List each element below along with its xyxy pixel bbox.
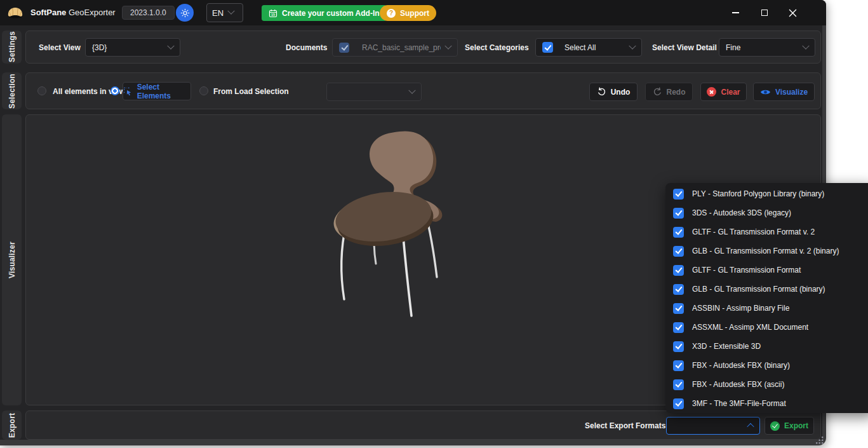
sun-icon bbox=[180, 8, 190, 18]
export-format-option[interactable]: FBX - Autodesk FBX (ascii) bbox=[665, 375, 868, 394]
resize-grip[interactable] bbox=[815, 435, 825, 445]
export-format-option[interactable]: ASSXML - Assimp XML Document bbox=[665, 318, 868, 337]
format-checkbox[interactable] bbox=[673, 189, 684, 200]
chevron-down-icon bbox=[408, 86, 415, 93]
chevron-up-icon bbox=[747, 423, 754, 430]
format-label: GLB - GL Transmission Format (binary) bbox=[692, 285, 825, 294]
format-checkbox[interactable] bbox=[673, 246, 684, 257]
categories-dropdown[interactable]: Select All bbox=[535, 38, 642, 57]
documents-dropdown[interactable]: RAC_basic_sample_proje bbox=[332, 38, 458, 57]
select-pointer-icon bbox=[123, 86, 133, 97]
format-checkbox[interactable] bbox=[673, 379, 684, 390]
undo-icon bbox=[597, 87, 606, 97]
select-view-dropdown[interactable]: {3D} bbox=[85, 38, 180, 57]
format-checkbox[interactable] bbox=[673, 360, 684, 371]
tab-selection-label: Selection bbox=[8, 73, 17, 108]
export-format-option[interactable]: GLTF - GL Transmission Format v. 2 bbox=[665, 222, 868, 241]
view-detail-label: Select View Detail bbox=[652, 43, 717, 52]
visualize-button[interactable]: Visualize bbox=[753, 83, 815, 101]
export-format-option[interactable]: X3D - Extensible 3D bbox=[665, 337, 868, 356]
tab-visualizer[interactable]: Visualizer bbox=[2, 114, 22, 405]
export-format-option[interactable]: 3MF - The 3MF-File-Format bbox=[665, 394, 868, 413]
format-checkbox[interactable] bbox=[673, 303, 684, 314]
categories-value: Select All bbox=[558, 43, 625, 52]
format-label: GLTF - GL Transmission Format bbox=[692, 266, 801, 275]
minimize-button[interactable] bbox=[721, 0, 750, 25]
export-format-option[interactable]: 3DS - Autodesk 3DS (legacy) bbox=[665, 203, 868, 222]
version-text: 2023.1.0.0 bbox=[130, 8, 166, 17]
question-icon: ? bbox=[387, 9, 396, 18]
format-checkbox[interactable] bbox=[673, 284, 684, 295]
theme-toggle-button[interactable] bbox=[176, 4, 194, 22]
svg-text:15: 15 bbox=[271, 12, 275, 16]
format-label: 3MF - The 3MF-File-Format bbox=[692, 399, 786, 408]
export-check-icon bbox=[770, 421, 780, 431]
chevron-down-icon bbox=[167, 42, 174, 49]
export-format-option[interactable]: ASSBIN - Assimp Binary File bbox=[665, 299, 868, 318]
format-label: ASSXML - Assimp XML Document bbox=[692, 323, 808, 332]
export-format-option[interactable]: GLTF - GL Transmission Format bbox=[665, 261, 868, 280]
format-checkbox[interactable] bbox=[673, 227, 684, 238]
version-badge: 2023.1.0.0 bbox=[122, 6, 175, 20]
select-all-checkbox[interactable] bbox=[542, 42, 553, 53]
export-formats-dropdown[interactable] bbox=[666, 417, 760, 435]
app-logo-bread-icon bbox=[6, 4, 24, 22]
from-load-selection-label: From Load Selection bbox=[213, 87, 289, 96]
calendar-icon: 15 bbox=[269, 9, 277, 18]
support-button[interactable]: ? Support bbox=[380, 5, 436, 21]
format-checkbox[interactable] bbox=[673, 265, 684, 276]
maximize-icon bbox=[761, 10, 768, 16]
format-checkbox[interactable] bbox=[673, 341, 684, 352]
view-detail-value: Fine bbox=[726, 43, 798, 52]
tab-selection[interactable]: Selection bbox=[2, 72, 22, 109]
format-checkbox[interactable] bbox=[673, 398, 684, 409]
select-view-value: {3D} bbox=[92, 43, 163, 52]
tab-settings[interactable]: Settings bbox=[2, 31, 22, 64]
format-label: X3D - Extensible 3D bbox=[692, 342, 761, 351]
format-label: FBX - Autodesk FBX (ascii) bbox=[692, 380, 784, 389]
select-elements-radio[interactable] bbox=[110, 86, 119, 95]
format-label: 3DS - Autodesk 3DS (legacy) bbox=[692, 208, 791, 217]
language-value: EN bbox=[212, 8, 224, 18]
format-checkbox[interactable] bbox=[673, 322, 684, 333]
export-formats-label: Select Export Formats bbox=[585, 421, 665, 430]
export-format-option[interactable]: GLB - GL Transmission Format (binary) bbox=[665, 280, 868, 299]
export-format-option[interactable]: GLB - GL Transmission Format v. 2 (binar… bbox=[665, 241, 868, 261]
tab-visualizer-label: Visualizer bbox=[8, 241, 17, 278]
select-categories-label: Select Categories bbox=[465, 43, 529, 52]
select-elements-button[interactable]: Select Elements bbox=[123, 82, 191, 100]
eye-icon bbox=[760, 88, 771, 96]
undo-button[interactable]: Undo bbox=[589, 83, 638, 101]
tab-export[interactable]: Export bbox=[2, 411, 22, 440]
chevron-down-icon bbox=[227, 8, 234, 15]
all-elements-radio[interactable] bbox=[37, 86, 46, 95]
export-format-option[interactable]: PLY - Stanford Polygon Library (binary) bbox=[665, 184, 868, 203]
export-label: Export bbox=[784, 421, 808, 430]
redo-button[interactable]: Redo bbox=[645, 83, 693, 101]
export-format-option[interactable]: FBX - Autodesk FBX (binary) bbox=[665, 356, 868, 375]
app-name: SoftPane bbox=[30, 8, 66, 17]
load-selection-dropdown[interactable] bbox=[326, 83, 422, 101]
support-label: Support bbox=[400, 9, 429, 18]
chevron-down-icon bbox=[444, 42, 451, 49]
product-name: GeoExporter bbox=[69, 8, 116, 17]
clear-label: Clear bbox=[721, 88, 740, 97]
format-label: ASSBIN - Assimp Binary File bbox=[692, 304, 789, 313]
format-checkbox[interactable] bbox=[673, 208, 684, 219]
clear-button[interactable]: Clear bbox=[700, 83, 747, 101]
close-icon bbox=[789, 9, 797, 17]
chevron-down-icon bbox=[629, 42, 636, 49]
create-addin-button[interactable]: 15 Create your custom Add-In bbox=[262, 5, 387, 21]
language-select[interactable]: EN bbox=[206, 3, 243, 22]
maximize-button[interactable] bbox=[750, 0, 778, 25]
close-button[interactable] bbox=[778, 0, 807, 25]
titlebar: SoftPane GeoExporter 2023.1.0.0 EN bbox=[0, 0, 826, 25]
from-load-selection-radio[interactable] bbox=[199, 86, 208, 95]
view-detail-dropdown[interactable]: Fine bbox=[719, 38, 815, 57]
export-button[interactable]: Export bbox=[765, 417, 814, 435]
documents-checkbox[interactable] bbox=[339, 43, 349, 53]
desktop: { "titlebar": { "app_name": "SoftPane", … bbox=[0, 0, 868, 448]
format-label: FBX - Autodesk FBX (binary) bbox=[692, 361, 790, 370]
settings-bar: Select View {3D} Documents RAC_basic_sam… bbox=[25, 31, 821, 64]
documents-value: RAC_basic_sample_proje bbox=[354, 43, 441, 52]
